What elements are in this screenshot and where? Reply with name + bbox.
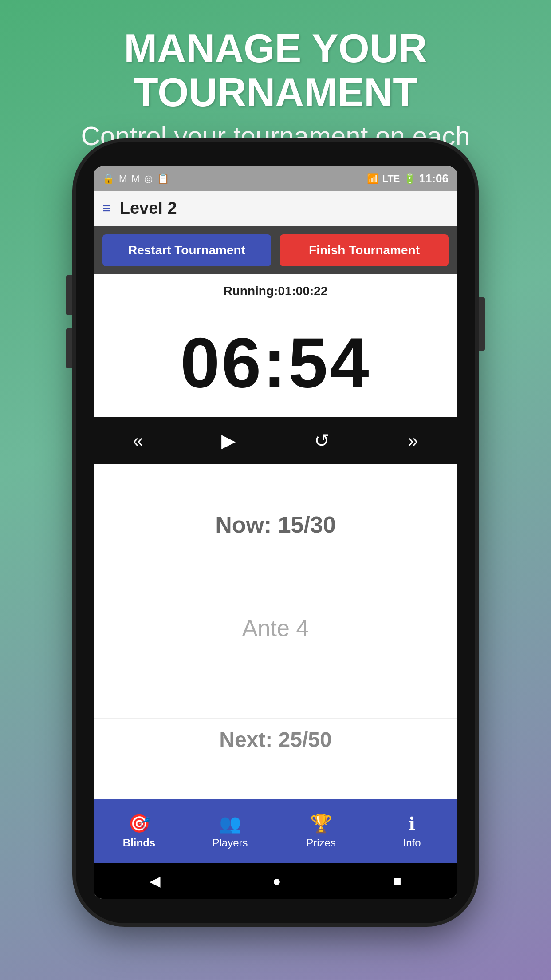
forward-button[interactable]: » <box>408 430 418 451</box>
app-title: Level 2 <box>120 199 177 218</box>
lock-icon: 🔒 <box>102 173 114 185</box>
vol-down-button[interactable] <box>66 328 72 368</box>
prizes-nav-label: Prizes <box>306 837 336 849</box>
play-button[interactable]: ▶ <box>221 430 236 451</box>
finish-tournament-button[interactable]: Finish Tournament <box>280 234 449 266</box>
status-icons-right: 📶 LTE 🔋 11:06 <box>367 172 449 186</box>
headline: MANAGE YOUR TOURNAMENT <box>35 27 516 115</box>
nav-blinds[interactable]: 🎯 Blinds <box>94 813 185 849</box>
wifi-icon: 📶 <box>367 173 379 185</box>
main-content: Running:01:00:22 06:54 « ▶ ↺ » Now: 15/3… <box>94 274 457 799</box>
running-label: Running:01:00:22 <box>94 274 457 304</box>
bottom-nav: 🎯 Blinds 👥 Players 🏆 Prizes ℹ Info <box>94 799 457 863</box>
nav-prizes[interactable]: 🏆 Prizes <box>276 813 366 849</box>
players-nav-icon: 👥 <box>219 813 241 834</box>
circle-icon: ◎ <box>144 173 153 185</box>
lte-badge: LTE <box>382 173 400 185</box>
prizes-nav-icon: 🏆 <box>310 813 332 834</box>
now-label: Now: 15/30 <box>215 511 336 538</box>
blinds-nav-icon: 🎯 <box>128 813 150 834</box>
vol-up-button[interactable] <box>66 275 72 315</box>
reset-button[interactable]: ↺ <box>314 430 330 451</box>
rewind-button[interactable]: « <box>133 430 143 451</box>
clipboard-icon: 📋 <box>157 173 169 185</box>
gmail2-icon: M <box>131 173 139 185</box>
back-button[interactable]: ◀ <box>150 873 161 889</box>
phone-device: 🔒 M M ◎ 📋 📶 LTE 🔋 11:06 ≡ Level 2 Restar… <box>76 142 475 923</box>
status-bar: 🔒 M M ◎ 📋 📶 LTE 🔋 11:06 <box>94 166 457 191</box>
blinds-info: Now: 15/30 Ante 4 Next: 25/50 <box>94 464 457 799</box>
restart-tournament-button[interactable]: Restart Tournament <box>102 234 271 266</box>
timer-display: 06:54 <box>94 304 457 417</box>
ante-label: Ante 4 <box>242 615 309 641</box>
running-value: 01:00:22 <box>278 284 327 298</box>
nav-players[interactable]: 👥 Players <box>185 813 276 849</box>
status-time: 11:06 <box>419 172 449 186</box>
nav-info[interactable]: ℹ Info <box>366 814 457 849</box>
running-text: Running: <box>224 284 278 298</box>
battery-icon: 🔋 <box>404 173 416 185</box>
power-button[interactable] <box>479 297 485 351</box>
action-button-bar: Restart Tournament Finish Tournament <box>94 226 457 274</box>
info-nav-label: Info <box>403 837 421 849</box>
home-button[interactable]: ● <box>272 873 281 889</box>
status-icons-left: 🔒 M M ◎ 📋 <box>102 173 169 185</box>
system-nav: ◀ ● ■ <box>94 863 457 899</box>
info-nav-icon: ℹ <box>409 814 415 834</box>
recent-button[interactable]: ■ <box>393 873 401 889</box>
hamburger-icon[interactable]: ≡ <box>102 200 111 217</box>
next-label: Next: 25/50 <box>94 718 457 752</box>
players-nav-label: Players <box>212 837 248 849</box>
gmail1-icon: M <box>119 173 127 185</box>
controls-bar: « ▶ ↺ » <box>94 417 457 464</box>
app-bar: ≡ Level 2 <box>94 191 457 226</box>
phone-screen: 🔒 M M ◎ 📋 📶 LTE 🔋 11:06 ≡ Level 2 Restar… <box>94 166 457 899</box>
blinds-nav-label: Blinds <box>123 837 155 849</box>
